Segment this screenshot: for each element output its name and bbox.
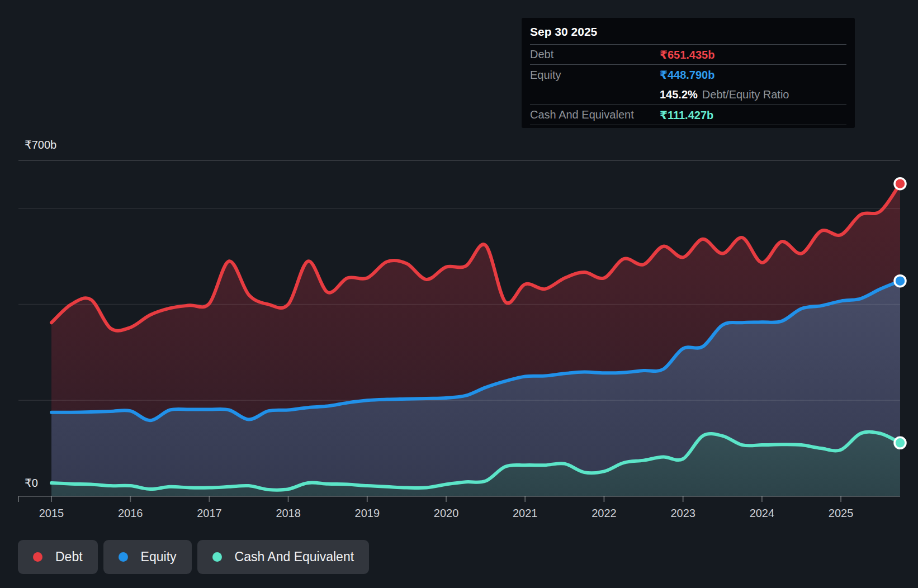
- chart-root: 2015201620172018201920202021202220232024…: [0, 0, 918, 588]
- x-axis-label-2015: 2015: [39, 507, 64, 519]
- tooltip-row-cash: Cash And Equivalent ₹111.427b: [530, 105, 846, 125]
- legend-debt-label: Debt: [55, 549, 83, 565]
- tooltip-cash-label: Cash And Equivalent: [530, 108, 660, 121]
- equity-end-marker[interactable]: [895, 276, 906, 287]
- x-axis-label-2021: 2021: [513, 507, 538, 519]
- legend-item-equity[interactable]: Equity: [103, 540, 192, 574]
- tooltip-equity-label: Equity: [530, 69, 660, 82]
- x-axis-label-2025: 2025: [829, 507, 854, 519]
- legend-item-cash[interactable]: Cash And Equivalent: [197, 540, 370, 574]
- x-axis-label-2023: 2023: [670, 507, 695, 519]
- tooltip-ratio-label: Debt/Equity Ratio: [702, 88, 789, 101]
- legend-equity-label: Equity: [141, 549, 177, 565]
- tooltip-bottom-padding: [530, 125, 846, 128]
- tooltip-ratio-value: 145.2%: [660, 88, 698, 101]
- x-axis-label-2019: 2019: [355, 507, 380, 519]
- tooltip-debt-label: Debt: [530, 48, 660, 61]
- tooltip-row-ratio: 145.2% Debt/Equity Ratio: [530, 85, 846, 105]
- legend-item-debt[interactable]: Debt: [18, 540, 98, 574]
- tooltip-row-equity: Equity ₹448.790b: [530, 65, 846, 85]
- x-axis-label-2020: 2020: [434, 507, 459, 519]
- debt-dot-icon: [33, 552, 42, 562]
- y-axis-label-zero: ₹0: [25, 476, 38, 490]
- legend: Debt Equity Cash And Equivalent: [18, 540, 369, 574]
- tooltip-panel: Sep 30 2025 Debt ₹651.435b Equity ₹448.7…: [522, 18, 855, 128]
- x-axis-label-2017: 2017: [197, 507, 222, 519]
- tooltip-cash-value: ₹111.427b: [660, 108, 713, 122]
- x-axis-label-2024: 2024: [750, 507, 775, 519]
- equity-dot-icon: [119, 552, 128, 562]
- legend-cash-label: Cash And Equivalent: [235, 549, 354, 565]
- tooltip-equity-value: ₹448.790b: [660, 68, 714, 82]
- y-axis-label-max: ₹700b: [25, 138, 56, 151]
- cash-dot-icon: [212, 552, 222, 562]
- x-axis-label-2022: 2022: [592, 507, 617, 519]
- tooltip-row-debt: Debt ₹651.435b: [530, 45, 846, 65]
- tooltip-debt-value: ₹651.435b: [660, 48, 714, 61]
- x-axis-label-2016: 2016: [118, 507, 143, 519]
- x-axis-label-2018: 2018: [276, 507, 301, 519]
- tooltip-date: Sep 30 2025: [530, 18, 846, 45]
- cash-end-marker[interactable]: [895, 437, 906, 448]
- debt-end-marker[interactable]: [895, 178, 906, 189]
